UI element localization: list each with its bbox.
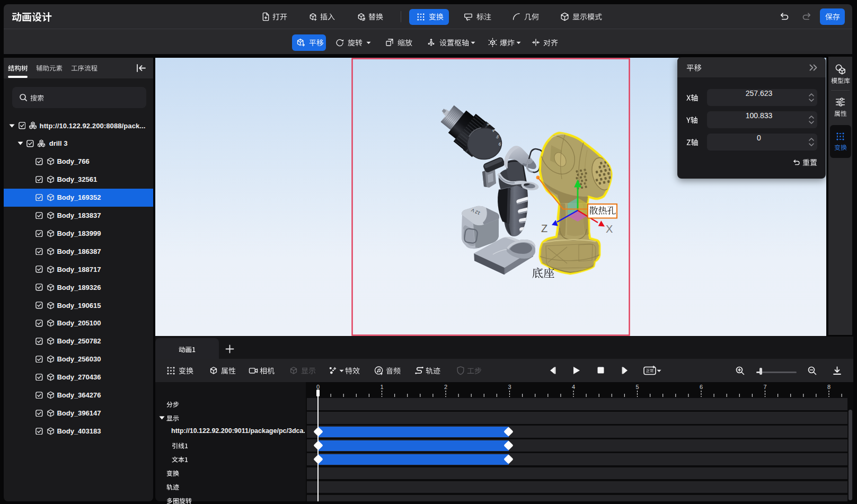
svg-text:5: 5 bbox=[635, 384, 639, 390]
svg-text:1: 1 bbox=[380, 384, 383, 390]
svg-text:6: 6 bbox=[700, 384, 703, 390]
svg-text:7: 7 bbox=[763, 384, 766, 390]
svg-text:X: X bbox=[606, 223, 613, 235]
svg-text:Z: Z bbox=[541, 223, 547, 234]
svg-text:4: 4 bbox=[572, 384, 575, 390]
svg-text:2: 2 bbox=[444, 384, 447, 390]
svg-text:3: 3 bbox=[508, 384, 511, 390]
svg-text:8: 8 bbox=[827, 384, 831, 390]
